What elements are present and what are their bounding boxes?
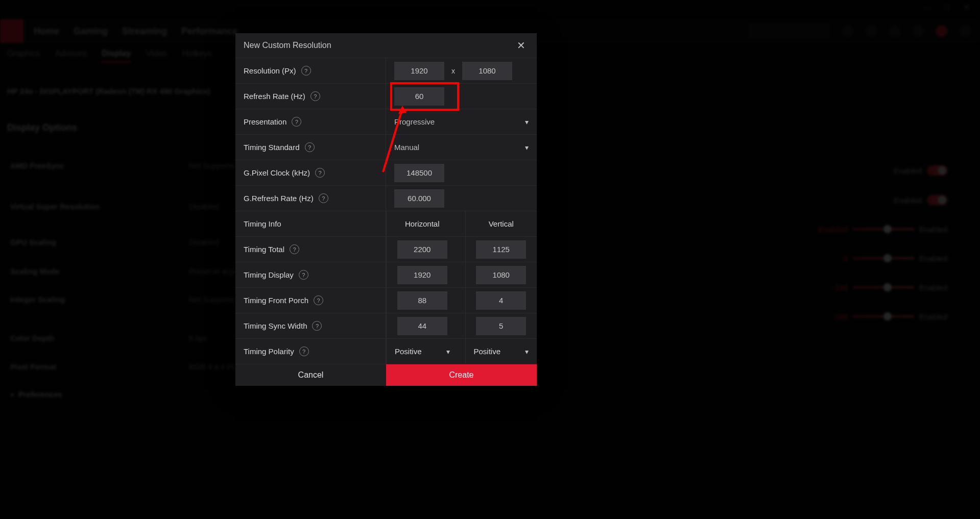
chevron-down-icon: ▾ (525, 118, 529, 126)
timing-polarity-v-select[interactable]: Positive ▾ (465, 339, 537, 364)
row-timing-display: Timing Display ? (235, 262, 537, 287)
timing-standard-label: Timing Standard (244, 143, 300, 152)
col-vertical-label: Vertical (465, 211, 537, 236)
timing-total-h-input[interactable] (397, 240, 447, 259)
row-presentation: Presentation ? Progressive ▾ (235, 109, 537, 134)
dialog-title: New Custom Resolution (244, 41, 331, 50)
chevron-down-icon: ▾ (525, 143, 529, 152)
timing-swidth-v-input[interactable] (476, 317, 526, 335)
create-button[interactable]: Create (386, 364, 537, 386)
chevron-down-icon: ▾ (446, 348, 450, 356)
presentation-select[interactable]: Progressive ▾ (386, 109, 537, 134)
timing-swidth-h-input[interactable] (397, 317, 447, 335)
dialog-header: New Custom Resolution ✕ (235, 33, 537, 58)
help-icon[interactable]: ? (319, 193, 328, 203)
row-resolution: Resolution (Px) ? x (235, 58, 537, 83)
resolution-label: Resolution (Px) (244, 66, 296, 75)
help-icon[interactable]: ? (290, 244, 299, 254)
help-icon[interactable]: ? (315, 168, 325, 178)
timing-sync-width-label: Timing Sync Width (244, 322, 307, 330)
timing-display-v-input[interactable] (476, 266, 526, 284)
refresh-rate-input[interactable] (394, 87, 444, 106)
timing-standard-select[interactable]: Manual ▾ (386, 135, 537, 160)
resolution-width-input[interactable] (394, 62, 444, 80)
dialog-actions: Cancel Create (235, 364, 537, 386)
grefresh-rate-label: G.Refresh Rate (Hz) (244, 194, 314, 203)
new-custom-resolution-dialog: New Custom Resolution ✕ Resolution (Px) … (235, 33, 537, 386)
row-timing-polarity: Timing Polarity ? Positive ▾ Positive ▾ (235, 338, 537, 364)
help-icon[interactable]: ? (305, 142, 315, 152)
help-icon[interactable]: ? (299, 347, 309, 356)
timing-front-porch-label: Timing Front Porch (244, 296, 308, 305)
col-horizontal-label: Horizontal (386, 211, 458, 236)
timing-total-label: Timing Total (244, 245, 284, 254)
x-separator: x (451, 67, 455, 75)
timing-info-label: Timing Info (244, 219, 281, 228)
resolution-height-input[interactable] (462, 62, 512, 80)
timing-polarity-h-select[interactable]: Positive ▾ (386, 339, 458, 364)
chevron-down-icon: ▾ (525, 348, 529, 356)
timing-display-label: Timing Display (244, 270, 294, 279)
presentation-label: Presentation (244, 117, 286, 126)
row-refresh-rate: Refresh Rate (Hz) ? (235, 83, 537, 109)
gpixel-clock-label: G.Pixel Clock (kHz) (244, 168, 310, 177)
timing-total-v-input[interactable] (476, 240, 526, 259)
help-icon[interactable]: ? (299, 270, 308, 280)
timing-polarity-label: Timing Polarity (244, 347, 294, 356)
timing-fporch-h-input[interactable] (397, 291, 447, 310)
cancel-button[interactable]: Cancel (235, 364, 386, 386)
refresh-rate-label: Refresh Rate (Hz) (244, 92, 305, 101)
row-timing-info-header: Timing Info Horizontal Vertical (235, 211, 537, 236)
row-timing-front-porch: Timing Front Porch ? (235, 287, 537, 313)
help-icon[interactable]: ? (314, 295, 323, 305)
help-icon[interactable]: ? (312, 321, 322, 331)
help-icon[interactable]: ? (310, 91, 320, 101)
row-timing-total: Timing Total ? (235, 236, 537, 262)
help-icon[interactable]: ? (292, 117, 301, 127)
timing-display-h-input[interactable] (397, 266, 447, 284)
row-grefresh-rate: G.Refresh Rate (Hz) ? (235, 185, 537, 211)
timing-fporch-v-input[interactable] (476, 291, 526, 310)
row-timing-sync-width: Timing Sync Width ? (235, 313, 537, 338)
close-dialog-button[interactable]: ✕ (514, 37, 529, 54)
grefresh-rate-input[interactable] (394, 189, 444, 208)
row-gpixel-clock: G.Pixel Clock (kHz) ? (235, 160, 537, 185)
row-timing-standard: Timing Standard ? Manual ▾ (235, 134, 537, 160)
gpixel-clock-input[interactable] (394, 164, 444, 182)
help-icon[interactable]: ? (301, 66, 311, 76)
